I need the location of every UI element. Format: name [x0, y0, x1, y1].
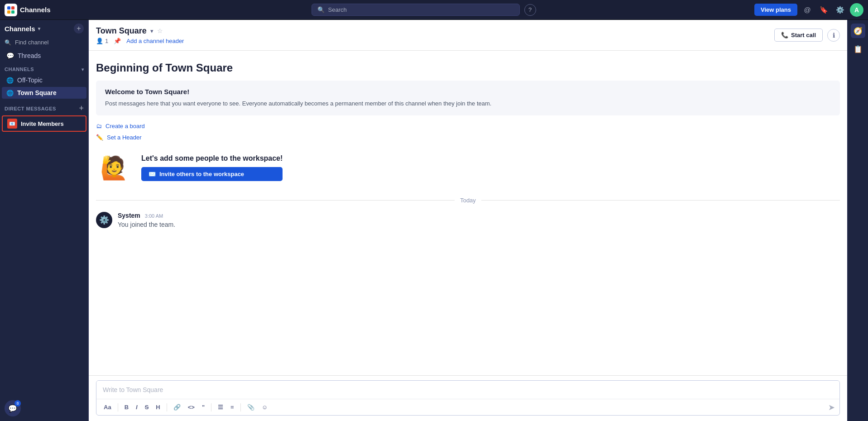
info-icon-button[interactable]: ℹ	[827, 29, 840, 42]
sidebar-bottom: 💬 8	[0, 396, 88, 421]
invite-illustration: 🙋	[96, 150, 132, 186]
channel-pin-icon[interactable]: 📌	[114, 38, 121, 44]
dm-add-button[interactable]: +	[79, 104, 84, 113]
toolbar-send-button[interactable]: ➤	[828, 402, 835, 412]
topbar: Channels 🔍 Search ? View plans @ 🔖 ⚙️ A	[0, 0, 868, 20]
channel-star-icon[interactable]: ☆	[157, 27, 163, 34]
toolbar-strikethrough[interactable]: S	[142, 402, 152, 412]
date-divider: Today	[96, 197, 840, 204]
channel-header-right: 📞 Start call ℹ	[774, 29, 840, 42]
envelope-icon: ✉️	[149, 171, 156, 177]
settings-icon[interactable]: ⚙️	[834, 4, 846, 16]
svg-rect-2	[7, 10, 10, 14]
logo-icon	[5, 4, 17, 16]
search-icon: 🔍	[317, 6, 325, 13]
person-icon: 👤	[96, 38, 103, 44]
notification-badge[interactable]: 💬 8	[5, 400, 21, 416]
set-header-link[interactable]: ✏️ Set a Header	[96, 134, 840, 141]
welcome-box: Welcome to Town Square! Post messages he…	[96, 81, 840, 115]
svg-rect-3	[11, 10, 14, 14]
message-time: 3:00 AM	[145, 213, 163, 219]
toolbar-link[interactable]: 🔗	[171, 402, 183, 412]
invite-section: 🙋 Let's add some people to the workspace…	[96, 150, 840, 186]
topbar-left: Channels	[5, 4, 93, 16]
channel-header: Town Square ▾ ☆ 👤 1 📌 Add a channel head…	[89, 20, 847, 51]
invite-content: Let's add some people to the workspace! …	[141, 154, 283, 181]
search-bar[interactable]: 🔍 Search	[312, 4, 520, 16]
divider-line-right	[481, 200, 840, 201]
find-channel-label: Find channel	[15, 39, 48, 46]
right-sidebar-compass-icon[interactable]: 🧭	[851, 24, 865, 38]
help-icon[interactable]: ?	[524, 4, 536, 16]
message-text: You joined the team.	[118, 221, 840, 228]
toolbar-bold[interactable]: B	[122, 402, 131, 412]
sidebar: Channels ▼ + 🔍 Find channel 💬 Threads CH…	[0, 20, 89, 421]
sidebar-item-town-square[interactable]: 🌐 Town Square	[2, 87, 86, 99]
workspace-name[interactable]: Channels ▼	[5, 25, 41, 33]
pin-icon: 📌	[114, 38, 121, 44]
divider-label: Today	[460, 197, 476, 204]
logo-title: Channels	[20, 6, 51, 14]
chevron-down-icon: ▼	[37, 26, 42, 31]
app-logo[interactable]: Channels	[5, 4, 51, 16]
board-icon: 🗂	[96, 123, 102, 129]
sidebar-item-threads[interactable]: 💬 Threads	[2, 50, 86, 62]
globe-icon-town-square: 🌐	[6, 90, 14, 96]
start-call-button[interactable]: 📞 Start call	[774, 29, 823, 42]
notification-count: 8	[14, 400, 21, 407]
toolbar-attachment[interactable]: 📎	[245, 402, 257, 412]
channels-section-label: CHANNELS	[5, 67, 34, 72]
channel-beginning: Beginning of Town Square Welcome to Town…	[96, 62, 840, 232]
toolbar-ordered-list[interactable]: ≡	[228, 402, 237, 412]
sidebar-add-button[interactable]: +	[74, 24, 84, 33]
mention-icon[interactable]: @	[801, 4, 814, 16]
message-input-area: Aa B I S H 🔗 <> " ☰ ≡ 📎 ☺ ➤	[89, 375, 847, 421]
invite-workspace-button[interactable]: ✉️ Invite others to the workspace	[141, 167, 283, 181]
toolbar-heading[interactable]: H	[153, 402, 163, 412]
toolbar-divider-1	[118, 403, 118, 411]
channel-chevron-icon[interactable]: ▾	[150, 28, 153, 34]
channel-area: Town Square ▾ ☆ 👤 1 📌 Add a channel head…	[89, 20, 847, 421]
invite-headline: Let's add some people to the workspace!	[141, 154, 283, 163]
sidebar-item-off-topic[interactable]: 🌐 Off-Topic	[2, 74, 86, 86]
threads-label: Threads	[18, 52, 41, 59]
view-plans-button[interactable]: View plans	[754, 4, 797, 16]
message-author: System	[118, 212, 140, 219]
toolbar-emoji[interactable]: ☺	[259, 402, 270, 412]
invite-members-icon: 📧	[7, 119, 17, 129]
avatar: ⚙️	[96, 212, 112, 228]
add-header-label: Add a channel header	[126, 38, 184, 44]
channel-actions: 🗂 Create a board ✏️ Set a Header	[96, 123, 840, 141]
toolbar-code[interactable]: <>	[185, 402, 197, 412]
right-sidebar: 🧭 📋	[847, 20, 868, 421]
channel-member-count[interactable]: 👤 1	[96, 38, 108, 44]
channel-body: Beginning of Town Square Welcome to Town…	[89, 51, 847, 375]
sidebar-search[interactable]: 🔍 Find channel	[0, 37, 88, 49]
toolbar-format-aa[interactable]: Aa	[101, 402, 114, 412]
toolbar-bullet-list[interactable]: ☰	[215, 402, 226, 412]
user-avatar[interactable]: A	[850, 3, 863, 17]
main-layout: Channels ▼ + 🔍 Find channel 💬 Threads CH…	[0, 20, 868, 421]
toolbar-divider-4	[240, 403, 241, 411]
channel-header-left: Town Square ▾ ☆ 👤 1 📌 Add a channel head…	[96, 26, 184, 44]
channel-add-header[interactable]: Add a channel header	[126, 38, 184, 44]
start-call-label: Start call	[791, 32, 816, 38]
message-input-box: Aa B I S H 🔗 <> " ☰ ≡ 📎 ☺ ➤	[96, 380, 840, 416]
phone-icon: 📞	[781, 32, 788, 38]
direct-messages-section: DIRECT MESSAGES +	[0, 99, 88, 115]
message-content: System 3:00 AM You joined the team.	[118, 212, 840, 228]
town-square-label: Town Square	[17, 89, 57, 96]
topbar-right: View plans @ 🔖 ⚙️ A	[754, 3, 863, 17]
channels-toggle-icon[interactable]: ▾	[82, 67, 84, 72]
create-board-link[interactable]: 🗂 Create a board	[96, 123, 840, 129]
bookmark-icon[interactable]: 🔖	[817, 4, 830, 16]
toolbar-italic[interactable]: I	[133, 402, 140, 412]
create-board-label: Create a board	[106, 123, 145, 129]
invite-members-item[interactable]: 📧 Invite Members	[2, 115, 86, 132]
right-sidebar-clipboard-icon[interactable]: 📋	[851, 42, 865, 56]
set-header-label: Set a Header	[107, 134, 142, 141]
toolbar-divider-3	[211, 403, 211, 411]
toolbar-quote[interactable]: "	[199, 402, 207, 412]
message-input[interactable]	[96, 381, 839, 399]
globe-icon-off-topic: 🌐	[6, 77, 14, 84]
